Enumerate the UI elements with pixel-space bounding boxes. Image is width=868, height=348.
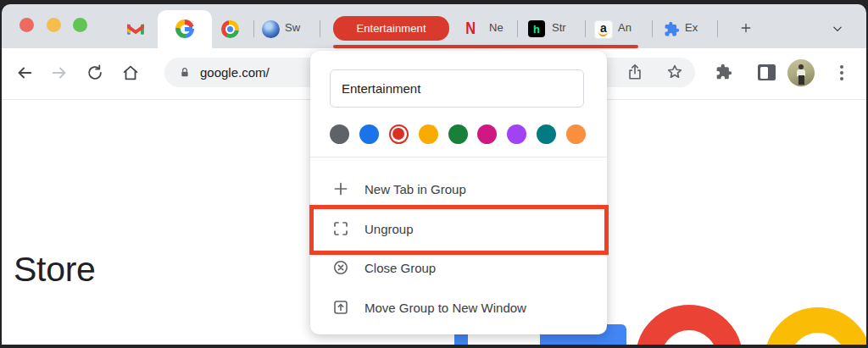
menu-item-move-group-to-new-window[interactable]: Move Group to New Window [310,288,607,327]
star-icon [665,63,684,81]
google-icon [175,19,194,38]
browser-window: Sw Entertainment N Ne h Str a An Ex [2,4,866,345]
tab-group-chip[interactable]: Entertainment [333,16,449,41]
url-text[interactable]: google.com/ [200,58,270,87]
minimize-window-button[interactable] [47,18,61,32]
tab-label-ne[interactable]: Ne [489,21,504,35]
chevron-down-icon [832,23,843,35]
puzzle-icon[interactable] [664,21,680,37]
annotation-highlight-box [309,205,609,255]
tab-separator [652,20,653,37]
color-swatch-3[interactable] [419,124,438,144]
tab-group-menu: New Tab in Group Ungroup Close Group Mov… [310,51,607,334]
tab-label-sw[interactable]: Sw [285,21,300,35]
world-clock-icon[interactable] [262,20,280,38]
color-swatch-7[interactable] [537,124,556,144]
back-icon [15,64,34,82]
profile-avatar[interactable] [787,59,815,86]
color-swatch-0[interactable] [330,124,349,144]
color-swatch-8[interactable] [566,124,586,144]
tab-label-ex[interactable]: Ex [685,21,698,35]
kebab-menu-icon [836,64,848,82]
pinned-tab-chrome[interactable] [221,20,239,38]
home-button[interactable] [121,64,140,82]
browser-menu-button[interactable] [836,64,848,82]
share-button[interactable] [626,63,644,81]
bookmark-button[interactable] [665,63,684,81]
menu-item-label: Close Group [364,261,436,275]
google-logo-red-o [636,305,743,345]
tab-separator [717,20,718,37]
page-title: Store [14,250,96,290]
tab-separator [585,20,586,37]
menu-item-label: Move Group to New Window [364,301,526,315]
avatar-person-pants [798,75,804,85]
tab-separator [253,20,254,37]
tab-label-an[interactable]: An [618,21,632,35]
reload-button[interactable] [86,64,104,82]
close-circle-icon [332,259,349,276]
tab-google-active[interactable] [158,10,212,48]
tab-group-label: Entertainment [356,22,426,35]
color-swatch-1[interactable] [359,124,379,144]
color-swatch-5[interactable] [477,124,497,144]
close-window-button[interactable] [19,18,34,32]
tab-separator [320,20,320,37]
screenshot-frame: Sw Entertainment N Ne h Str a An Ex [0,0,868,348]
reload-icon [86,64,104,82]
google-logo-yellow-o [765,307,866,345]
pinned-tab-gmail[interactable] [126,22,145,36]
netflix-icon[interactable]: N [465,19,476,37]
extensions-puzzle-icon [715,64,732,80]
new-tab-button[interactable] [739,21,753,35]
group-name-input[interactable] [330,69,584,108]
lock-icon[interactable] [178,66,192,80]
zoom-window-button[interactable] [73,18,87,32]
menu-divider [310,157,607,157]
tab-separator [517,20,518,37]
forward-icon [50,64,69,82]
plus-icon [332,180,349,197]
gmail-icon [126,22,145,36]
tab-group-underline [333,45,638,48]
home-icon [121,64,140,82]
forward-button[interactable] [50,64,69,82]
side-panel-button[interactable] [758,64,776,80]
extensions-button[interactable] [715,64,732,80]
tab-label-str[interactable]: Str [552,21,566,35]
move-window-icon [332,299,349,316]
plus-icon [739,21,753,35]
color-swatch-4[interactable] [448,124,468,144]
tab-search-chevron-button[interactable] [832,23,843,35]
menu-item-new-tab-in-group[interactable]: New Tab in Group [310,169,607,208]
share-icon [626,63,644,81]
color-swatch-6[interactable] [507,124,526,144]
color-swatch-row [330,124,586,144]
back-button[interactable] [15,64,34,82]
amazon-icon[interactable]: a [594,20,613,39]
menu-item-label: New Tab in Group [364,182,466,196]
color-swatch-2[interactable] [389,124,409,144]
hulu-icon[interactable]: h [528,20,545,37]
